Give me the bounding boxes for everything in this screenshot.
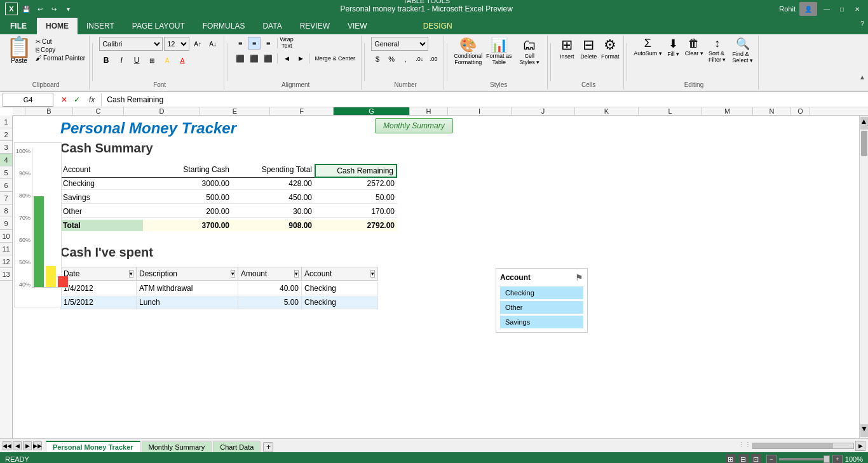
- row-header-6[interactable]: 6: [0, 179, 12, 192]
- close-button[interactable]: ✕: [851, 3, 863, 15]
- border-button[interactable]: ⊞: [145, 53, 159, 67]
- increase-indent-button[interactable]: ▶: [294, 52, 307, 65]
- col-header-J[interactable]: J: [512, 107, 575, 115]
- conditional-formatting-button[interactable]: 🎨 ConditionalFormatting: [454, 37, 482, 66]
- cell-other-starting[interactable]: 200.00: [143, 206, 232, 218]
- format-as-table-button[interactable]: 📊 Format asTable: [485, 37, 513, 66]
- wrap-text-button[interactable]: Wrap Text: [280, 37, 293, 50]
- page-layout-button[interactable]: ⊟: [738, 454, 749, 463]
- cell-total-label[interactable]: Total: [60, 220, 143, 231]
- zoom-out-button[interactable]: −: [766, 455, 776, 463]
- vertical-scrollbar[interactable]: ▲ ▼: [859, 116, 868, 438]
- clear-button[interactable]: 🗑 Clear ▾: [685, 37, 703, 57]
- scroll-up-button[interactable]: ▲: [860, 117, 868, 130]
- delete-button[interactable]: ⊟ Delete: [579, 37, 598, 60]
- font-name-select[interactable]: Calibri: [99, 37, 163, 51]
- row-header-10[interactable]: 10: [0, 230, 12, 243]
- col-header-F[interactable]: F: [270, 107, 334, 115]
- tab-pagelayout[interactable]: PAGE LAYOUT: [123, 18, 194, 34]
- cell-desc-1[interactable]: ATM withdrawal: [137, 282, 238, 295]
- cell-other-account[interactable]: Other: [60, 206, 143, 218]
- row-header-8[interactable]: 8: [0, 205, 12, 217]
- monthly-summary-label[interactable]: Monthly Summary: [375, 118, 453, 133]
- increase-decimal-button[interactable]: .00: [427, 53, 440, 65]
- filter-chip-checking[interactable]: Checking: [500, 286, 583, 299]
- spent-header-account[interactable]: Account ▾: [302, 267, 378, 281]
- cell-date-1[interactable]: 1/4/2012: [60, 282, 137, 295]
- underline-button[interactable]: U: [130, 53, 144, 67]
- col-header-B[interactable]: B: [25, 107, 73, 115]
- tab-data[interactable]: DATA: [254, 18, 290, 34]
- ribbon-collapse-button[interactable]: ▲: [859, 74, 865, 81]
- cell-account-1[interactable]: Checking: [302, 282, 378, 295]
- cash-summary-title-cell[interactable]: Cash Summary: [60, 141, 153, 156]
- sheet-tab-personal[interactable]: Personal Money Tracker: [46, 441, 140, 452]
- normal-view-button[interactable]: ⊞: [726, 454, 736, 463]
- cell-date-2[interactable]: 1/5/2012: [60, 296, 137, 309]
- cell-styles-button[interactable]: 🗂 CellStyles ▾: [515, 37, 543, 66]
- sheet-nav-last[interactable]: ▶▶: [33, 441, 42, 450]
- name-box[interactable]: G4: [3, 93, 53, 107]
- decrease-decimal-button[interactable]: .0↓: [413, 53, 426, 65]
- font-size-select[interactable]: 12: [164, 37, 189, 51]
- header-spending-total[interactable]: Spending Total: [232, 164, 315, 178]
- find-select-button[interactable]: 🔍 Find &Select ▾: [731, 37, 754, 64]
- sheet-tab-monthly[interactable]: Monthly Summary: [142, 441, 212, 452]
- formula-input[interactable]: [104, 95, 868, 104]
- header-cash-remaining[interactable]: Cash Remaining: [315, 164, 397, 178]
- cancel-formula-button[interactable]: ✕: [58, 94, 70, 105]
- tab-view[interactable]: VIEW: [339, 18, 376, 34]
- comma-button[interactable]: ,: [399, 53, 412, 65]
- col-header-D[interactable]: D: [124, 107, 200, 115]
- customize-icon[interactable]: ▾: [62, 3, 74, 15]
- amount-filter-button[interactable]: ▾: [294, 270, 299, 278]
- zoom-in-button[interactable]: +: [832, 455, 843, 463]
- tab-design[interactable]: DESIGN: [414, 18, 461, 34]
- align-top-center-button[interactable]: ≡: [248, 37, 261, 50]
- cell-checking-remaining[interactable]: 2572.00: [315, 178, 397, 190]
- cell-savings-spending[interactable]: 450.00: [232, 192, 315, 204]
- tab-file[interactable]: FILE: [0, 18, 37, 34]
- description-filter-button[interactable]: ▾: [231, 270, 235, 278]
- cell-checking-starting[interactable]: 3000.00: [143, 178, 232, 190]
- merge-center-button[interactable]: Merge & Center: [313, 55, 357, 62]
- percent-button[interactable]: %: [385, 53, 398, 65]
- col-header-L[interactable]: L: [639, 107, 702, 115]
- col-header-M[interactable]: M: [702, 107, 753, 115]
- tab-formulas[interactable]: FORMULAS: [194, 18, 254, 34]
- spreadsheet-title-cell[interactable]: Personal Money Tracker: [60, 116, 236, 141]
- horizontal-scroll-track[interactable]: [752, 443, 854, 449]
- col-header-N[interactable]: N: [753, 107, 791, 115]
- row-header-9[interactable]: 9: [0, 217, 12, 230]
- row-header-3[interactable]: 3: [0, 141, 12, 154]
- format-painter-button[interactable]: 🖌Format Painter: [36, 55, 85, 62]
- cell-savings-account[interactable]: Savings: [60, 192, 143, 204]
- cell-amount-2[interactable]: 5.00: [238, 296, 302, 309]
- spent-header-date[interactable]: Date ▾: [60, 267, 137, 281]
- minimize-button[interactable]: —: [821, 3, 832, 15]
- align-left-button[interactable]: ⬛: [234, 52, 247, 65]
- page-break-button[interactable]: ⊡: [751, 454, 761, 463]
- horizontal-scroll-thumb[interactable]: [753, 443, 833, 448]
- sheet-nav-prev[interactable]: ◀: [13, 441, 22, 450]
- cell-amount-1[interactable]: 40.00: [238, 282, 302, 295]
- scroll-right-button[interactable]: ▶: [855, 441, 865, 451]
- confirm-formula-button[interactable]: ✓: [71, 94, 83, 105]
- copy-button[interactable]: ⎘Copy: [36, 46, 85, 53]
- number-format-select[interactable]: General: [371, 37, 428, 51]
- insert-button[interactable]: ⊞ Insert: [557, 37, 576, 60]
- tab-home[interactable]: HOME: [37, 18, 78, 34]
- redo-icon[interactable]: ↪: [48, 3, 60, 15]
- cash-spent-title-cell[interactable]: Cash I've spent: [60, 245, 153, 260]
- row-header-11[interactable]: 11: [0, 243, 12, 255]
- row-header-2[interactable]: 2: [0, 128, 12, 141]
- zoom-slider-handle[interactable]: [824, 455, 830, 463]
- col-header-I[interactable]: I: [448, 107, 512, 115]
- cell-checking-spending[interactable]: 428.00: [232, 178, 315, 190]
- autosum-button[interactable]: Σ AutoSum ▾: [634, 37, 662, 57]
- font-color-button[interactable]: A: [175, 53, 189, 67]
- filter-chip-other[interactable]: Other: [500, 301, 583, 314]
- paste-button[interactable]: 📋 Paste: [6, 37, 32, 64]
- header-account[interactable]: Account: [60, 164, 143, 178]
- cell-savings-remaining[interactable]: 50.00: [315, 192, 397, 204]
